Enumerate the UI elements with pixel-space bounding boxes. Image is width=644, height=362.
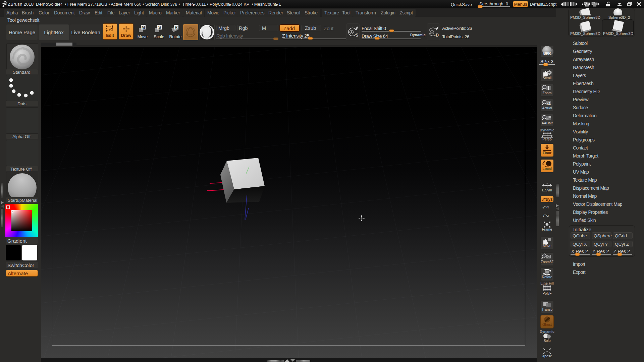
svg-text:x1: x1: [547, 102, 551, 105]
svg-text:S: S: [356, 33, 358, 38]
svg-text:R: R: [174, 25, 177, 30]
svg-text:D: D: [436, 33, 439, 38]
svg-text:S: S: [158, 25, 161, 30]
svg-text:M: M: [142, 25, 145, 30]
